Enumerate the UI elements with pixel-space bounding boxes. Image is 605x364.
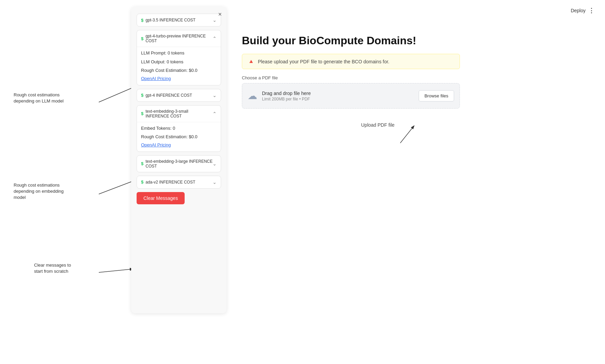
svg-line-1 xyxy=(99,180,135,194)
embed-large-label: text-embedding-3-large INFERENCE COST xyxy=(145,159,213,169)
gpt4-label: gpt-4 INFERENCE COST xyxy=(145,93,192,98)
dollar-icon-gpt4turbo: $ xyxy=(141,36,143,41)
chevron-embed-small xyxy=(213,111,217,116)
cost-item-gpt4-header[interactable]: $ gpt-4 INFERENCE COST xyxy=(137,89,221,101)
cost-item-embed-large-header[interactable]: $ text-embedding-3-large INFERENCE COST xyxy=(137,156,221,172)
gpt4turbo-rough-cost: Rough Cost Estimation: $0.0 xyxy=(141,67,217,74)
upload-pdf-annotation: Upload PDF file xyxy=(361,122,394,128)
warning-banner: 🔺 Please upload your PDF file to generat… xyxy=(242,54,460,69)
top-header: Deploy ⋮ xyxy=(571,7,595,14)
cost-item-gpt4turbo: $ gpt-4-turbo-preview INFERENCE COST LLM… xyxy=(137,30,221,85)
cost-item-embed-large: $ text-embedding-3-large INFERENCE COST xyxy=(137,155,221,172)
chevron-gpt4turbo xyxy=(213,36,217,41)
browse-files-button[interactable]: Browse files xyxy=(419,90,454,101)
embed-annotation: Rough cost estimationsdepending on embed… xyxy=(14,182,64,201)
cost-item-gpt4turbo-body: LLM Prompt: 0 tokens LLM Output: 0 token… xyxy=(137,47,221,85)
dollar-icon-gpt35: $ xyxy=(141,18,143,23)
gpt4turbo-label: gpt-4-turbo-preview INFERENCE COST xyxy=(145,34,213,43)
svg-line-2 xyxy=(99,269,133,272)
chevron-gpt4 xyxy=(213,93,217,98)
svg-line-3 xyxy=(400,126,414,143)
upload-dropzone[interactable]: ☁ Drag and drop file here Limit 200MB pe… xyxy=(242,83,460,109)
dollar-icon-embed-small: $ xyxy=(141,111,143,116)
clear-annotation: Clear messages tostart from scratch xyxy=(34,262,71,274)
right-panel: Build your BioCompute Domains! 🔺 Please … xyxy=(242,34,460,122)
upload-drag-text: Drag and drop file here xyxy=(262,91,311,96)
cost-item-gpt35: $ gpt-3.5 INFERENCE COST xyxy=(137,14,221,27)
clear-messages-button[interactable]: Clear Messages xyxy=(137,192,185,204)
cost-item-embed-small-header[interactable]: $ text-embedding-3-small INFERENCE COST xyxy=(137,106,221,122)
upload-limit-text: Limit 200MB per file • PDF xyxy=(262,97,311,101)
pdf-section-label: Choose a PDF file xyxy=(242,75,460,80)
embed-small-label: text-embedding-3-small INFERENCE COST xyxy=(145,109,213,118)
embed-small-openai-link[interactable]: OpenAI Pricing xyxy=(141,142,171,147)
llm-annotation: Rough cost estimationsdepending on LLM m… xyxy=(14,92,64,104)
chevron-ada xyxy=(213,179,217,185)
warning-triangle-icon: 🔺 xyxy=(248,58,254,65)
cost-item-gpt4turbo-header[interactable]: $ gpt-4-turbo-preview INFERENCE COST xyxy=(137,30,221,47)
deploy-link[interactable]: Deploy xyxy=(571,8,586,13)
cost-modal-panel: × $ gpt-3.5 INFERENCE COST $ gpt-4-turbo… xyxy=(131,7,227,313)
cost-item-embed-small-body: Embed Tokens: 0 Rough Cost Estimation: $… xyxy=(137,122,221,152)
dollar-icon-gpt4: $ xyxy=(141,93,143,98)
warning-text: Please upload your PDF file to generate … xyxy=(258,59,389,64)
dollar-icon-embed-large: $ xyxy=(141,161,143,166)
embed-small-rough-cost: Rough Cost Estimation: $0.0 xyxy=(141,133,217,140)
dollar-icon-ada: $ xyxy=(141,179,143,185)
gpt4turbo-llm-output: LLM Output: 0 tokens xyxy=(141,59,217,65)
svg-line-0 xyxy=(99,87,135,102)
gpt4turbo-openai-link[interactable]: OpenAI Pricing xyxy=(141,76,171,81)
page-title: Build your BioCompute Domains! xyxy=(242,34,460,47)
cost-item-ada-header[interactable]: $ ada-v2 INFERENCE COST xyxy=(137,176,221,188)
gpt4turbo-llm-prompt: LLM Prompt: 0 tokens xyxy=(141,50,217,57)
cost-item-embed-small: $ text-embedding-3-small INFERENCE COST … xyxy=(137,105,221,152)
more-menu-icon[interactable]: ⋮ xyxy=(588,7,595,14)
gpt35-label: gpt-3.5 INFERENCE COST xyxy=(145,18,196,22)
cloud-upload-icon: ☁ xyxy=(248,90,257,101)
cost-item-gpt35-header[interactable]: $ gpt-3.5 INFERENCE COST xyxy=(137,14,221,26)
modal-close-button[interactable]: × xyxy=(218,11,222,18)
cost-item-ada: $ ada-v2 INFERENCE COST xyxy=(137,176,221,189)
ada-label: ada-v2 INFERENCE COST xyxy=(145,180,195,185)
chevron-gpt35 xyxy=(213,17,217,23)
chevron-embed-large xyxy=(213,161,217,167)
cost-item-gpt4: $ gpt-4 INFERENCE COST xyxy=(137,89,221,102)
embed-small-tokens: Embed Tokens: 0 xyxy=(141,125,217,132)
